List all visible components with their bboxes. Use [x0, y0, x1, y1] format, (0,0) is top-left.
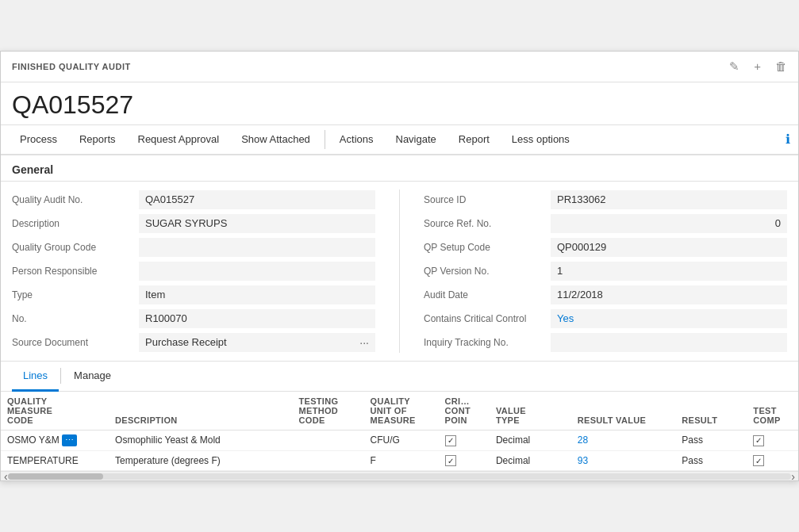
test-comp-checkbox-1[interactable]: ✓ [753, 435, 764, 446]
show-attached-button[interactable]: Show Attached [230, 125, 321, 155]
source-ref-no-label: Source Ref. No. [424, 218, 551, 229]
actions-button[interactable]: Actions [328, 125, 385, 155]
window-title: FINISHED QUALITY AUDIT [12, 62, 713, 71]
form-right-col: Source ID PR133062 Source Ref. No. 0 QP … [424, 189, 787, 353]
qp-setup-code-value[interactable]: QP000129 [551, 238, 787, 257]
cell-value-type-1: Decimal [490, 430, 571, 450]
quality-audit-no-value[interactable]: QA015527 [139, 190, 375, 209]
cell-result-1: Pass [675, 430, 747, 450]
col-description: DESCRIPTION [109, 392, 293, 431]
col-quality-measure-code: QUALITYMEASURECODE [1, 392, 109, 431]
source-ref-no-value[interactable]: 0 [551, 214, 787, 233]
cell-result-value-1: 28 [571, 430, 676, 450]
table-row: OSMO Y&M ⋯ Osmophilic Yeast & Mold CFU/G… [1, 430, 798, 450]
delete-icon[interactable]: 🗑 [775, 59, 787, 74]
lines-tabs-section: Lines Manage QUALITYMEASURECODE DESCRIPT… [1, 361, 798, 481]
row-dots-button-1[interactable]: ⋯ [62, 434, 77, 446]
form-section: Quality Audit No. QA015527 Description S… [1, 182, 798, 361]
info-icon[interactable]: ℹ [786, 132, 790, 147]
scroll-left-arrow[interactable]: ‹ [4, 470, 8, 483]
tab-lines[interactable]: Lines [12, 362, 59, 392]
cell-quality-uom-2: F [364, 450, 439, 471]
contains-critical-control-label: Contains Critical Control [424, 313, 551, 324]
result-value-link-1[interactable]: 28 [578, 434, 588, 446]
no-label: No. [12, 313, 139, 324]
request-approval-button[interactable]: Request Approval [127, 125, 231, 155]
cell-test-comp-2: ✓ [747, 450, 798, 471]
cell-critical-1: ✓ [439, 430, 490, 450]
result-value-link-2[interactable]: 93 [578, 455, 588, 466]
no-row: No. R100070 [12, 308, 375, 329]
audit-date-value[interactable]: 11/2/2018 [551, 285, 787, 304]
lines-table-container: QUALITYMEASURECODE DESCRIPTION TESTINGME… [1, 392, 798, 472]
table-body: OSMO Y&M ⋯ Osmophilic Yeast & Mold CFU/G… [1, 430, 798, 471]
source-id-label: Source ID [424, 194, 551, 205]
person-responsible-value[interactable] [139, 262, 375, 281]
page-title: QA015527 [1, 82, 798, 125]
cell-result-2: Pass [675, 450, 747, 471]
form-left-col: Quality Audit No. QA015527 Description S… [12, 189, 375, 353]
col-critical-control-point: CRI…CONTPOIN [439, 392, 490, 431]
quality-group-code-row: Quality Group Code [12, 237, 375, 258]
source-document-value[interactable]: Purchase Receipt ··· [139, 333, 375, 352]
qp-setup-code-row: QP Setup Code QP000129 [424, 237, 787, 258]
cell-quality-measure-code-2: TEMPERATURE [1, 450, 109, 471]
person-responsible-label: Person Responsible [12, 266, 139, 277]
cell-quality-measure-code-1: OSMO Y&M ⋯ [1, 430, 109, 450]
type-value[interactable]: Item [139, 285, 375, 304]
inquiry-tracking-no-label: Inquiry Tracking No. [424, 337, 551, 348]
cell-description-1: Osmophilic Yeast & Mold [109, 430, 293, 450]
lines-table: QUALITYMEASURECODE DESCRIPTION TESTINGME… [1, 392, 798, 472]
qp-setup-code-label: QP Setup Code [424, 242, 551, 253]
source-document-dots[interactable]: ··· [359, 336, 369, 349]
qp-version-no-row: QP Version No. 1 [424, 261, 787, 281]
no-value[interactable]: R100070 [139, 309, 375, 328]
quality-audit-no-label: Quality Audit No. [12, 194, 139, 205]
cell-testing-method-2 [293, 450, 364, 471]
report-button[interactable]: Report [448, 125, 501, 155]
horizontal-scrollbar[interactable]: ‹ › [1, 471, 798, 480]
quality-audit-no-row: Quality Audit No. QA015527 [12, 189, 375, 210]
cell-value-type-2: Decimal [490, 450, 571, 471]
qp-version-no-label: QP Version No. [424, 266, 551, 277]
quality-group-code-value[interactable] [139, 238, 375, 257]
table-row: TEMPERATURE Temperature (degrees F) F ✓ … [1, 450, 798, 471]
col-test-comp: TESTCOMP [747, 392, 798, 431]
toolbar: Process Reports Request Approval Show At… [1, 125, 798, 155]
col-result: RESULT [675, 392, 747, 431]
form-divider [399, 189, 400, 353]
contains-critical-control-value[interactable]: Yes [551, 309, 787, 328]
description-label: Description [12, 218, 139, 229]
cell-testing-method-1 [293, 430, 364, 450]
title-bar: FINISHED QUALITY AUDIT ✎ + 🗑 [1, 52, 798, 82]
test-comp-checkbox-2[interactable]: ✓ [753, 455, 764, 466]
reports-button[interactable]: Reports [68, 125, 127, 155]
process-button[interactable]: Process [9, 125, 68, 155]
description-row: Description SUGAR SYRUPS [12, 213, 375, 234]
scrollbar-track[interactable] [8, 473, 792, 480]
quality-group-code-label: Quality Group Code [12, 242, 139, 253]
col-testing-method-code: TESTINGMETHODCODE [293, 392, 364, 431]
type-label: Type [12, 289, 139, 300]
cell-description-2: Temperature (degrees F) [109, 450, 293, 471]
cell-quality-uom-1: CFU/G [364, 430, 439, 450]
less-options-button[interactable]: Less options [501, 125, 581, 155]
add-icon[interactable]: + [754, 59, 761, 74]
general-section-label: General [1, 155, 798, 182]
qp-version-no-value[interactable]: 1 [551, 262, 787, 281]
critical-checkbox-1[interactable]: ✓ [445, 435, 456, 446]
critical-checkbox-2[interactable]: ✓ [445, 455, 456, 466]
person-responsible-row: Person Responsible [12, 261, 375, 281]
scroll-right-arrow[interactable]: › [791, 470, 795, 483]
tab-manage[interactable]: Manage [63, 362, 122, 392]
scrollbar-thumb[interactable] [8, 473, 103, 480]
table-header: QUALITYMEASURECODE DESCRIPTION TESTINGME… [1, 392, 798, 431]
tab-separator [60, 368, 61, 384]
description-value[interactable]: SUGAR SYRUPS [139, 214, 375, 233]
navigate-button[interactable]: Navigate [385, 125, 448, 155]
audit-date-row: Audit Date 11/2/2018 [424, 285, 787, 305]
source-id-value[interactable]: PR133062 [551, 190, 787, 209]
inquiry-tracking-no-value[interactable] [551, 333, 787, 352]
edit-icon[interactable]: ✎ [729, 59, 739, 74]
source-id-row: Source ID PR133062 [424, 189, 787, 210]
